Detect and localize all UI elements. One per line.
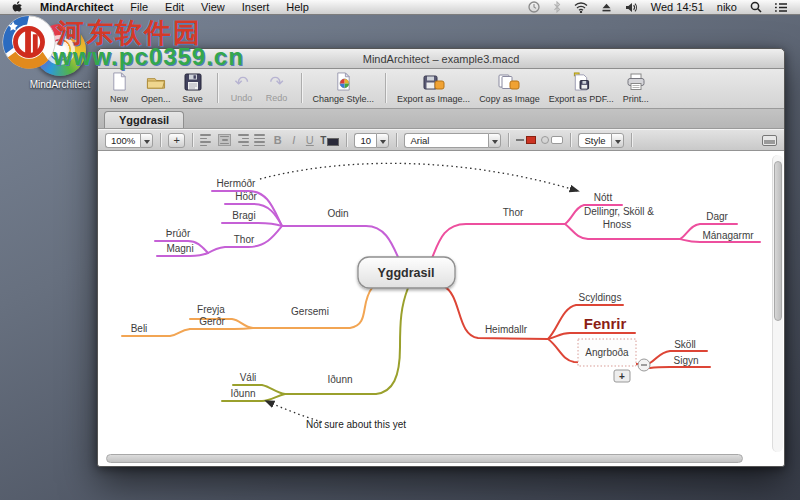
- node-shape-button[interactable]: [541, 136, 563, 144]
- align-right-icon[interactable]: [236, 134, 249, 146]
- line-color-button[interactable]: [516, 136, 536, 144]
- map-node-thor-left[interactable]: Thor: [234, 234, 255, 245]
- clock-icon[interactable]: [528, 1, 540, 13]
- add-node-button[interactable]: +: [168, 133, 185, 148]
- apple-icon[interactable]: [12, 1, 23, 14]
- font-dropdown-arrow[interactable]: [488, 133, 501, 148]
- toolbar: New Open... Save ↶ Undo ↷ Redo Change St…: [98, 69, 784, 109]
- horizontal-scrollbar[interactable]: [104, 454, 768, 464]
- root-node[interactable]: Yggdrasil: [358, 257, 455, 288]
- map-node-gersemi[interactable]: Gersemi: [291, 306, 329, 317]
- mindarchitect-app-icon: [34, 24, 86, 76]
- collapse-button[interactable]: [638, 359, 650, 371]
- copy-as-image-button[interactable]: Copy as Image: [479, 73, 540, 104]
- menu-view[interactable]: View: [201, 1, 225, 13]
- zoom-select[interactable]: 100%: [105, 133, 153, 148]
- branch-heimdallr-lines: [443, 286, 710, 368]
- menu-app-name[interactable]: MindArchitect: [40, 1, 113, 13]
- panel-toggle-icon[interactable]: [762, 135, 777, 146]
- menu-clock[interactable]: Wed 14:51: [651, 1, 704, 13]
- floppy-disk-icon: [184, 73, 202, 93]
- map-node-scyldings[interactable]: Scyldings: [579, 292, 622, 303]
- text-color-button[interactable]: T: [320, 135, 339, 146]
- bold-button[interactable]: B: [272, 134, 283, 146]
- map-node-beli[interactable]: Beli: [131, 323, 148, 334]
- map-node-thor-right[interactable]: Thor: [503, 207, 524, 218]
- map-node-skoll[interactable]: Sköll: [674, 339, 696, 350]
- menu-edit[interactable]: Edit: [165, 1, 184, 13]
- root-node-label[interactable]: Yggdrasil: [378, 266, 435, 280]
- map-node-bragi[interactable]: Bragi: [232, 210, 255, 221]
- map-node-dagr[interactable]: Dagr: [706, 211, 728, 222]
- undo-icon: ↶: [234, 74, 248, 92]
- font-family-select[interactable]: Arial: [404, 133, 501, 148]
- map-node-dellingr-line2[interactable]: Hnoss: [603, 219, 631, 230]
- horizontal-scrollbar-thumb[interactable]: [106, 454, 743, 463]
- redo-icon: ↷: [269, 74, 283, 92]
- align-left-icon[interactable]: [200, 134, 213, 146]
- export-as-pdf-button[interactable]: Export as PDF...: [549, 72, 614, 104]
- map-node-magni[interactable]: Magni: [166, 243, 193, 254]
- wifi-icon[interactable]: [574, 2, 588, 13]
- map-node-hodr[interactable]: Höðr: [235, 191, 257, 202]
- format-bar: 100% + B I U T 10 Arial Style: [98, 129, 784, 151]
- map-node-angrboda[interactable]: Angrboða: [585, 347, 629, 358]
- align-center-icon[interactable]: [218, 134, 231, 146]
- branch-gersemi-lines: [122, 288, 372, 336]
- map-node-nott[interactable]: Nótt: [594, 192, 613, 203]
- italic-button[interactable]: I: [288, 134, 299, 146]
- style-select[interactable]: Style: [578, 133, 623, 148]
- expand-button[interactable]: +: [614, 370, 630, 382]
- bluetooth-icon[interactable]: [553, 1, 561, 13]
- map-node-dellingr[interactable]: Dellingr, Sköll &: [584, 206, 654, 217]
- map-node-vali[interactable]: Váli: [240, 372, 257, 383]
- volume-icon[interactable]: [625, 2, 638, 13]
- change-style-button[interactable]: Change Style...: [313, 72, 375, 104]
- mindmap-canvas: Yggdrasil + Hermóðr Höðr Bragi Odin Thor…: [98, 151, 784, 466]
- menu-user[interactable]: niko: [717, 1, 737, 13]
- menu-insert[interactable]: Insert: [242, 1, 270, 13]
- menu-help[interactable]: Help: [286, 1, 309, 13]
- map-annotation[interactable]: Not sure about this yet: [306, 419, 406, 430]
- map-node-managarmr[interactable]: Mánagarmr: [702, 230, 754, 241]
- new-button[interactable]: New: [106, 72, 132, 104]
- export-as-image-button[interactable]: Export as Image...: [397, 73, 470, 104]
- undo-button[interactable]: ↶ Undo: [229, 74, 255, 103]
- folder-icon: [146, 72, 166, 93]
- underline-button[interactable]: U: [304, 134, 315, 146]
- menu-bar: MindArchitect File Edit View Insert Help…: [0, 0, 800, 15]
- map-node-odin[interactable]: Odin: [327, 208, 348, 219]
- align-justify-icon[interactable]: [254, 134, 267, 146]
- map-node-thrudr[interactable]: Þrúðr: [166, 228, 191, 239]
- map-node-heimdallr[interactable]: Heimdallr: [485, 324, 528, 335]
- open-button[interactable]: Open...: [141, 72, 171, 104]
- map-node-idunn-branch[interactable]: Iðunn: [327, 374, 352, 385]
- map-node-idunn-leaf[interactable]: Iðunn: [230, 388, 255, 399]
- vertical-scrollbar[interactable]: [772, 155, 783, 452]
- map-node-freyja[interactable]: Freyja: [197, 304, 225, 315]
- save-button[interactable]: Save: [180, 73, 206, 104]
- menu-file[interactable]: File: [130, 1, 148, 13]
- zoom-dropdown-arrow[interactable]: [140, 133, 153, 148]
- vertical-scrollbar-thumb[interactable]: [774, 161, 782, 321]
- map-node-sigyn[interactable]: Sigyn: [673, 355, 698, 366]
- desktop-icon-mindarchitect[interactable]: MindArchitect: [14, 24, 106, 90]
- eject-icon[interactable]: [601, 2, 612, 13]
- print-button[interactable]: Print...: [623, 73, 649, 104]
- map-node-fenrir[interactable]: Fenrir: [584, 315, 627, 332]
- map-node-gerdr[interactable]: Gerðr: [199, 316, 225, 327]
- font-size-select[interactable]: 10: [354, 133, 389, 148]
- style-dropdown-arrow[interactable]: [611, 133, 624, 148]
- map-node-hermodr[interactable]: Hermóðr: [217, 178, 257, 189]
- redo-button[interactable]: ↷ Redo: [264, 74, 290, 103]
- window-title-bar[interactable]: MindArchitect – example3.macd: [98, 49, 784, 69]
- branch-idunn-lines: [222, 288, 408, 401]
- svg-text:+: +: [619, 371, 625, 382]
- desktop-icon-label: MindArchitect: [14, 79, 106, 90]
- text-color-swatch: [327, 138, 339, 146]
- arrow-hermodr-to-nott: [260, 163, 578, 191]
- list-menu-icon[interactable]: [775, 2, 788, 13]
- tab-yggdrasil[interactable]: Yggdrasil: [104, 111, 184, 128]
- font-size-dropdown-arrow[interactable]: [376, 133, 389, 148]
- spotlight-icon[interactable]: [750, 1, 762, 13]
